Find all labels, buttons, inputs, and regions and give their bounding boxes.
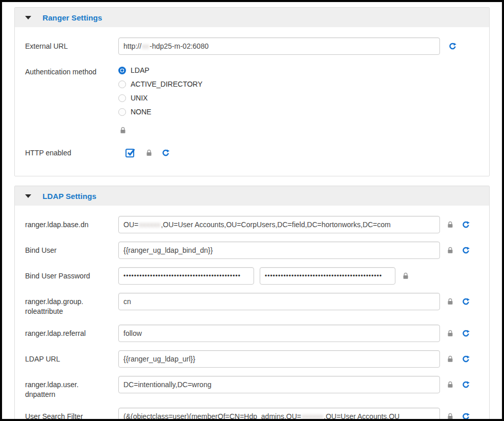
- undo-refresh-icon[interactable]: [462, 381, 470, 389]
- value-text: ,OU=User Accounts,OU: [324, 412, 400, 420]
- authentication-method-row: Authentication method LDAP ACTIVE_DIRECT…: [25, 63, 479, 136]
- bind-user-password-input[interactable]: ••••••••••••••••••••••••••••••••••••••••…: [118, 267, 254, 285]
- ranger-settings-header[interactable]: Ranger Settings: [15, 8, 489, 27]
- panel-title: Ranger Settings: [43, 13, 102, 22]
- bind-user-row: Bind User {{ranger_ug_ldap_bind_dn}}: [25, 242, 479, 259]
- ldap-referral-row: ranger.ldap.referral follow: [25, 325, 479, 342]
- redacted-text: xxxxxx: [302, 412, 323, 420]
- final-lock-icon[interactable]: [447, 221, 453, 228]
- ldap-referral-label: ranger.ldap.referral: [25, 325, 112, 338]
- final-lock-icon[interactable]: [447, 298, 453, 305]
- bind-user-label: Bind User: [25, 242, 112, 255]
- caret-down-icon: [25, 16, 31, 19]
- radio-option-none[interactable]: NONE: [118, 108, 202, 116]
- undo-refresh-icon[interactable]: [462, 221, 470, 229]
- ldap-base-dn-row: ranger.ldap.base.dn OU=xxxxxx,OU=User Ac…: [25, 216, 479, 233]
- value-text: DC=intentionally,DC=wrong: [123, 380, 212, 389]
- redacted-text: xx: [142, 42, 149, 50]
- final-lock-icon[interactable]: [447, 413, 453, 420]
- radio-option-unix[interactable]: UNIX: [118, 94, 202, 102]
- authentication-method-radio-group: LDAP ACTIVE_DIRECTORY UNIX NONE: [118, 63, 202, 136]
- radio-unselected-icon: [118, 108, 126, 116]
- bind-user-password-confirm-input[interactable]: ••••••••••••••••••••••••••••••••••••••••…: [260, 267, 395, 285]
- external-url-row: External URL http://xx-hdp25-m-02:6080: [25, 37, 479, 55]
- value-text: cn: [123, 297, 131, 306]
- value-text: http://: [123, 42, 141, 50]
- final-lock-icon[interactable]: [447, 381, 453, 388]
- value-text: {{ranger_ug_ldap_url}}: [123, 355, 195, 363]
- ldap-settings-panel: LDAP Settings ranger.ldap.base.dn OU=xxx…: [14, 186, 490, 421]
- http-enabled-label: HTTP enabled: [25, 144, 112, 158]
- bind-user-password-row: Bind User Password •••••••••••••••••••••…: [25, 267, 479, 285]
- authentication-method-label: Authentication method: [25, 63, 112, 77]
- radio-option-label: LDAP: [131, 66, 150, 74]
- radio-option-label: NONE: [131, 108, 151, 116]
- radio-option-ldap[interactable]: LDAP: [118, 66, 202, 74]
- caret-down-icon: [25, 194, 31, 198]
- value-text: (&(objectclass=user)(memberOf=CN=Hdp_adm…: [123, 412, 301, 420]
- user-search-filter-input[interactable]: (&(objectclass=user)(memberOf=CN=Hdp_adm…: [118, 408, 440, 421]
- undo-refresh-icon[interactable]: [462, 355, 470, 363]
- value-text: -hdp25-m-02:6080: [150, 42, 208, 50]
- ldap-settings-header[interactable]: LDAP Settings: [15, 186, 489, 206]
- final-lock-icon[interactable]: [447, 355, 453, 363]
- undo-refresh-icon[interactable]: [162, 149, 170, 157]
- ldap-group-roleattribute-label: ranger.ldap.group. roleattribute: [25, 293, 112, 316]
- ldap-base-dn-input[interactable]: OU=xxxxxx,OU=User Accounts,OU=CorpUsers,…: [118, 216, 440, 233]
- undo-refresh-icon[interactable]: [449, 43, 456, 50]
- undo-refresh-icon[interactable]: [462, 298, 470, 306]
- bind-user-input[interactable]: {{ranger_ug_ldap_bind_dn}}: [118, 242, 440, 259]
- final-lock-icon[interactable]: [447, 330, 453, 337]
- ldap-url-row: LDAP URL {{ranger_ug_ldap_url}}: [25, 350, 479, 368]
- password-dots: ••••••••••••••••••••••••••••••••••••••••…: [265, 272, 382, 279]
- user-search-filter-label: User Search Filter: [25, 408, 112, 421]
- http-enabled-row: HTTP enabled: [25, 144, 479, 162]
- ranger-settings-panel: Ranger Settings External URL http://xx-h…: [14, 7, 490, 176]
- undo-refresh-icon[interactable]: [462, 413, 470, 420]
- radio-unselected-icon: [118, 81, 126, 88]
- ldap-user-dnpattern-label: ranger.ldap.user. dnpattern: [25, 376, 112, 399]
- ldap-group-roleattribute-row: ranger.ldap.group. roleattribute cn: [25, 293, 479, 316]
- final-lock-icon[interactable]: [447, 247, 453, 254]
- ldap-user-dnpattern-input[interactable]: DC=intentionally,DC=wrong: [118, 376, 440, 393]
- http-enabled-checkbox-checked[interactable]: [125, 149, 134, 157]
- radio-selected-icon: [118, 67, 126, 74]
- undo-refresh-icon[interactable]: [462, 247, 470, 254]
- panel-title: LDAP Settings: [43, 192, 96, 201]
- value-text: follow: [123, 329, 142, 337]
- ldap-user-dnpattern-row: ranger.ldap.user. dnpattern DC=intention…: [25, 376, 479, 399]
- radio-option-label: ACTIVE_DIRECTORY: [131, 80, 202, 88]
- radio-option-label: UNIX: [131, 94, 148, 102]
- password-dots: ••••••••••••••••••••••••••••••••••••••••…: [123, 272, 241, 279]
- ldap-url-label: LDAP URL: [25, 350, 112, 364]
- ldap-group-roleattribute-input[interactable]: cn: [118, 293, 440, 310]
- ldap-referral-input[interactable]: follow: [118, 325, 440, 342]
- value-text: OU=: [123, 220, 138, 229]
- external-url-label: External URL: [25, 37, 112, 51]
- radio-unselected-icon: [118, 94, 126, 102]
- radio-option-active-directory[interactable]: ACTIVE_DIRECTORY: [118, 80, 202, 88]
- ldap-base-dn-label: ranger.ldap.base.dn: [25, 216, 112, 230]
- value-text: {{ranger_ug_ldap_bind_dn}}: [123, 246, 213, 254]
- final-lock-icon[interactable]: [146, 149, 152, 156]
- value-text: ,OU=User Accounts,OU=CorpUsers,DC=field,…: [161, 220, 391, 229]
- final-lock-icon[interactable]: [120, 127, 126, 134]
- screenshot-frame: Ranger Settings External URL http://xx-h…: [0, 0, 504, 421]
- ldap-url-input[interactable]: {{ranger_ug_ldap_url}}: [118, 350, 440, 368]
- undo-refresh-icon[interactable]: [462, 330, 470, 337]
- user-search-filter-row: User Search Filter (&(objectclass=user)(…: [25, 408, 479, 421]
- final-lock-icon[interactable]: [403, 272, 409, 279]
- bind-user-password-label: Bind User Password: [25, 267, 112, 281]
- redacted-text: xxxxxx: [139, 220, 160, 229]
- external-url-input[interactable]: http://xx-hdp25-m-02:6080: [118, 37, 440, 55]
